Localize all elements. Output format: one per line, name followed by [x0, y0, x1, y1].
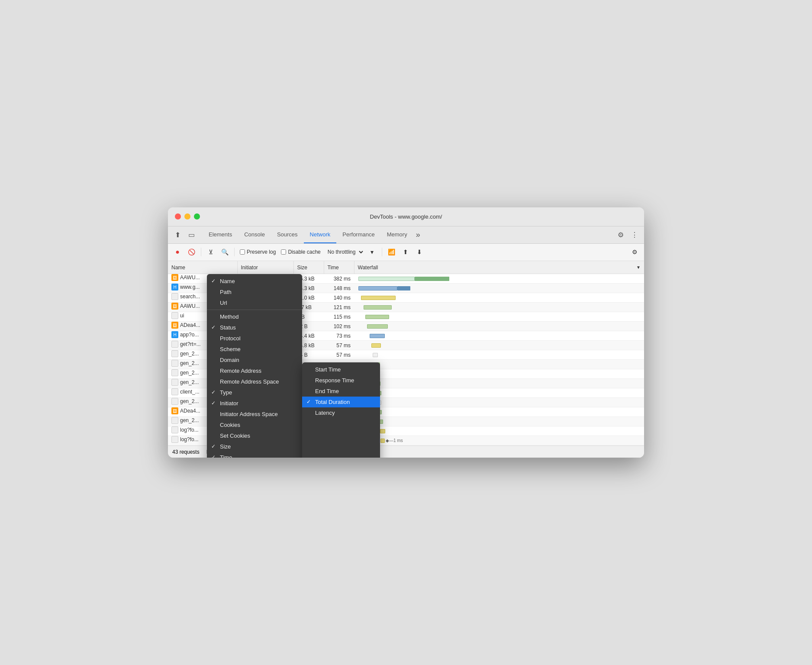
context-menu: Name Path Url Method Status Protocol Sch…	[207, 274, 302, 458]
menu-path[interactable]: Path	[207, 287, 302, 297]
row-waterfall	[354, 322, 644, 331]
row-icon	[171, 350, 178, 357]
disable-cache-checkbox[interactable]	[281, 249, 286, 255]
row-icon	[171, 398, 178, 405]
upload-icon[interactable]: ⬆	[400, 246, 412, 258]
menu-set-cookies[interactable]: Set Cookies	[207, 430, 302, 441]
menu-cookies[interactable]: Cookies	[207, 420, 302, 430]
header-size[interactable]: Size	[293, 261, 324, 274]
search-icon[interactable]: 🔍	[219, 246, 231, 258]
disable-cache-group: Disable cache	[281, 249, 320, 255]
submenu-total-duration[interactable]: Total Duration	[302, 397, 380, 407]
devtools-window: DevTools - www.google.com/ ⬆ ▭ Elements …	[168, 207, 644, 458]
menu-url[interactable]: Url	[207, 297, 302, 308]
cursor-icon[interactable]: ⬆	[171, 229, 184, 241]
header-initiator[interactable]: Initiator	[237, 261, 293, 274]
clear-button[interactable]: 🚫	[185, 246, 197, 258]
context-menu-overlay: Name Path Url Method Status Protocol Sch…	[207, 274, 380, 458]
preserve-log-group: Preserve log	[240, 249, 276, 255]
maximize-button[interactable]	[194, 213, 200, 220]
tab-network[interactable]: Network	[304, 226, 337, 243]
settings-icon-2[interactable]: ⚙	[628, 246, 641, 258]
row-icon	[171, 379, 178, 386]
menu-type[interactable]: Type	[207, 387, 302, 398]
row-icon	[171, 369, 178, 376]
row-icon: 🖼	[171, 322, 178, 329]
menu-remote-address-space[interactable]: Remote Address Space	[207, 376, 302, 387]
submenu-response-time[interactable]: Response Time	[302, 375, 380, 386]
wifi-icon[interactable]: 📶	[386, 246, 398, 258]
waterfall-label: Waterfall	[358, 265, 378, 271]
minimize-button[interactable]	[184, 213, 190, 220]
filter-icon[interactable]: ⊻	[205, 246, 217, 258]
row-icon: H	[171, 331, 178, 338]
separator-1	[201, 248, 201, 256]
header-name[interactable]: Name	[168, 261, 237, 274]
row-waterfall	[354, 293, 644, 303]
row-waterfall	[354, 312, 644, 322]
toolbar-right: ⚙	[628, 246, 641, 258]
row-icon	[171, 417, 178, 424]
row-waterfall	[354, 303, 644, 312]
menu-protocol[interactable]: Protocol	[207, 333, 302, 344]
row-waterfall	[354, 426, 644, 436]
row-waterfall	[354, 360, 644, 369]
row-icon	[171, 436, 178, 443]
waterfall-submenu: Start Time Response Time End Time Total …	[302, 362, 380, 458]
requests-count: 43 requests	[172, 449, 200, 455]
row-icon: 🖼	[171, 274, 178, 281]
disable-cache-label: Disable cache	[288, 249, 320, 255]
header-time[interactable]: Time	[324, 261, 354, 274]
menu-status[interactable]: Status	[207, 322, 302, 333]
tab-console[interactable]: Console	[238, 226, 271, 243]
waterfall-dropdown-icon[interactable]: ▼	[636, 265, 641, 270]
tab-more[interactable]: »	[413, 230, 423, 239]
menu-name[interactable]: Name	[207, 276, 302, 287]
menu-remote-address[interactable]: Remote Address	[207, 365, 302, 376]
more-options-icon[interactable]: ⋮	[628, 229, 641, 241]
menu-initiator[interactable]: Initiator	[207, 398, 302, 409]
throttle-dropdown-icon[interactable]: ▾	[366, 246, 378, 258]
close-button[interactable]	[175, 213, 181, 220]
row-icon: 🖼	[171, 407, 178, 414]
submenu-end-time[interactable]: End Time	[302, 386, 380, 397]
menu-domain[interactable]: Domain	[207, 355, 302, 365]
tab-performance[interactable]: Performance	[336, 226, 380, 243]
row-waterfall	[354, 407, 644, 417]
row-waterfall	[354, 398, 644, 407]
window-title: DevTools - www.google.com/	[370, 213, 442, 220]
row-waterfall	[354, 331, 644, 341]
settings-icon[interactable]: ⚙	[615, 229, 627, 241]
row-waterfall	[354, 379, 644, 388]
network-toolbar: ● 🚫 ⊻ 🔍 Preserve log Disable cache No th…	[168, 244, 644, 261]
row-icon	[171, 312, 178, 319]
tab-sources[interactable]: Sources	[271, 226, 304, 243]
record-button[interactable]: ●	[171, 246, 184, 258]
tab-elements[interactable]: Elements	[203, 226, 238, 243]
menu-method[interactable]: Method	[207, 311, 302, 322]
menu-scheme[interactable]: Scheme	[207, 344, 302, 355]
download-icon[interactable]: ⬇	[413, 246, 425, 258]
tab-memory[interactable]: Memory	[381, 226, 413, 243]
header-waterfall[interactable]: Waterfall ▼	[354, 261, 644, 274]
submenu-latency[interactable]: Latency	[302, 407, 380, 418]
table-wrapper: Name Path Url Method Status Protocol Sch…	[168, 261, 644, 446]
separator-3	[382, 248, 382, 256]
menu-time[interactable]: Time	[207, 452, 302, 458]
row-icon	[171, 426, 178, 433]
preserve-log-checkbox[interactable]	[240, 249, 245, 255]
menu-initiator-address-space[interactable]: Initiator Address Space	[207, 409, 302, 420]
row-waterfall	[354, 417, 644, 426]
row-waterfall	[354, 274, 644, 284]
throttle-select[interactable]: No throttling	[324, 248, 364, 256]
traffic-lights	[175, 213, 200, 220]
row-icon	[171, 341, 178, 348]
row-waterfall: ◆—1 ms	[354, 436, 644, 445]
row-icon	[171, 293, 178, 300]
row-icon	[171, 360, 178, 367]
row-icon: H	[171, 284, 178, 291]
device-icon[interactable]: ▭	[185, 229, 197, 241]
separator-2	[234, 248, 235, 256]
menu-size[interactable]: Size	[207, 441, 302, 452]
submenu-start-time[interactable]: Start Time	[302, 364, 380, 375]
